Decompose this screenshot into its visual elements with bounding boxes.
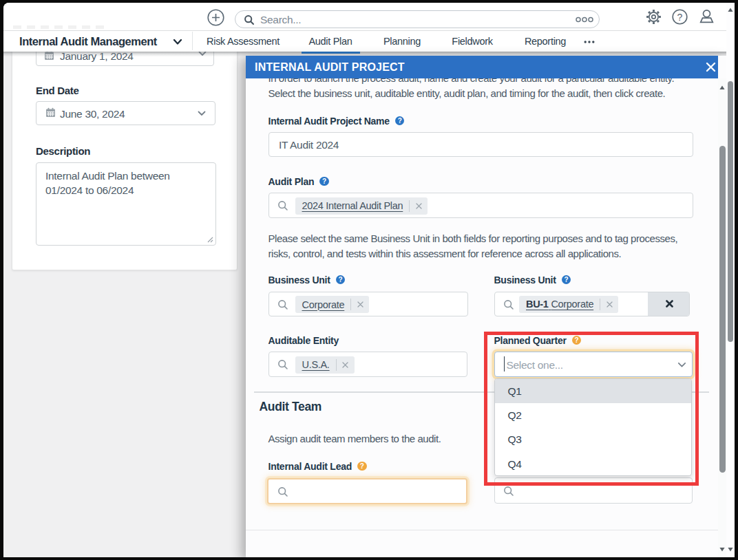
search-placeholder: Search...	[260, 14, 301, 25]
end-date-label: End Date	[36, 85, 79, 96]
audit-plan-tag: 2024 Internal Audit Plan	[295, 197, 428, 215]
search-icon	[277, 299, 288, 310]
remove-tag-icon[interactable]	[410, 197, 428, 215]
project-name-value: IT Audit 2024	[279, 139, 339, 151]
auditable-entity-tag-label: U.S.A.	[302, 359, 330, 370]
clear-field-button[interactable]	[648, 292, 690, 316]
modal-intro-line2: Select the business unit, auditable enti…	[268, 86, 666, 101]
global-search-input[interactable]: Search...	[235, 10, 600, 28]
project-name-label-text: Internal Audit Project Name	[268, 116, 390, 127]
description-textarea[interactable]: Internal Audit Plan between 01/2024 to 0…	[36, 162, 216, 246]
business-unit-left-select[interactable]: Corporate	[268, 292, 468, 316]
app-dropdown-title[interactable]: Internal Audit Management	[19, 34, 157, 48]
project-name-input[interactable]: IT Audit 2024	[268, 132, 693, 157]
modal-title: INTERNAL AUDIT PROJECT	[255, 61, 405, 74]
scroll-down-icon[interactable]	[728, 547, 733, 552]
scroll-down-icon[interactable]	[719, 547, 725, 552]
audit-team-heading: Audit Team	[260, 400, 322, 413]
auditable-entity-select[interactable]: U.S.A.	[268, 352, 467, 377]
business-unit-right-tag: BU-1 Corporate	[519, 296, 618, 313]
remove-tag-icon[interactable]	[351, 296, 369, 313]
end-date-value: June 30, 2024	[60, 108, 125, 120]
help-question-icon[interactable]: ?	[319, 177, 329, 186]
business-unit-right-label-text: Business Unit	[494, 274, 556, 286]
app-top-bar: Search... ?	[3, 3, 726, 30]
close-icon[interactable]	[706, 62, 716, 72]
remove-tag-icon[interactable]	[337, 356, 355, 374]
end-date-input[interactable]: June 30, 2024	[36, 101, 215, 125]
calendar-icon	[45, 107, 56, 118]
internal-audit-lead-label: Internal Audit Lead ?	[268, 461, 367, 472]
modal-header: INTERNAL AUDIT PROJECT	[246, 56, 718, 78]
audit-plan-label: Audit Plan ?	[268, 176, 329, 187]
project-name-label: Internal Audit Project Name ?	[268, 116, 405, 127]
help-question-icon[interactable]: ?	[336, 275, 346, 285]
scroll-up-icon[interactable]	[728, 8, 733, 12]
more-options-icon[interactable]	[576, 17, 593, 23]
search-icon	[277, 486, 288, 497]
resize-handle-icon[interactable]	[207, 237, 213, 243]
page-scrollbar[interactable]	[726, 3, 735, 557]
active-tab-underline	[302, 52, 360, 54]
search-icon	[503, 299, 514, 310]
chevron-down-icon[interactable]	[173, 39, 182, 45]
scroll-up-icon[interactable]	[719, 85, 725, 90]
audit-plan-tag-label: 2024 Internal Audit Plan	[302, 200, 403, 211]
search-icon	[277, 359, 288, 370]
business-unit-left-tag: Corporate	[295, 296, 370, 313]
modal-note-line2: risks, control, and tests within this as…	[268, 246, 622, 261]
audit-team-description: Assign audit team members to the audit.	[268, 431, 441, 446]
business-unit-right-label: Business Unit ?	[494, 274, 571, 286]
audit-plan-label-text: Audit Plan	[268, 176, 315, 187]
search-icon	[503, 486, 514, 497]
annotation-highlight-box	[484, 332, 699, 486]
help-question-icon[interactable]: ?	[357, 462, 367, 471]
search-icon	[277, 200, 288, 211]
description-value: Internal Audit Plan between 01/2024 to 0…	[45, 169, 207, 198]
auditable-entity-label: Auditable Entity	[268, 335, 339, 346]
business-unit-left-label-text: Business Unit	[268, 274, 330, 286]
business-unit-right-select-group: BU-1 Corporate	[494, 292, 690, 316]
business-unit-left-tag-label: Corporate	[302, 299, 345, 310]
svg-text:?: ?	[677, 11, 683, 22]
audit-plan-select[interactable]: 2024 Internal Audit Plan	[268, 193, 693, 219]
more-tabs-icon[interactable]	[584, 40, 595, 44]
add-icon[interactable]	[207, 9, 224, 26]
modal-footer-divider	[246, 530, 718, 530]
auditable-entity-label-text: Auditable Entity	[268, 335, 339, 346]
help-question-icon[interactable]: ?	[395, 116, 405, 126]
app-logo	[13, 25, 108, 29]
internal-audit-lead-input[interactable]	[267, 478, 467, 504]
business-unit-right-tag-text: BU-1 Corporate	[526, 299, 593, 310]
help-icon[interactable]: ?	[672, 9, 688, 25]
business-unit-right-tag-label: Corporate	[551, 299, 593, 310]
remove-tag-icon[interactable]	[600, 296, 618, 313]
help-question-icon[interactable]: ?	[562, 275, 571, 285]
modal-note-line1: Please select the same Business Unit in …	[268, 231, 678, 246]
internal-audit-lead-label-text: Internal Audit Lead	[268, 461, 352, 472]
screenshot-canvas: January 1, 2024 End Date June 30, 2024 D…	[0, 0, 738, 560]
modal-scrollbar[interactable]	[718, 78, 726, 557]
auditable-entity-tag: U.S.A.	[295, 356, 355, 374]
business-unit-right-tag-prefix: BU-1	[526, 299, 549, 310]
modal-scrollbar-thumb[interactable]	[719, 146, 726, 473]
description-label: Description	[36, 145, 90, 157]
search-icon	[244, 14, 255, 25]
user-icon[interactable]	[699, 8, 715, 24]
chevron-down-icon	[198, 111, 206, 116]
business-unit-left-label: Business Unit ?	[268, 274, 346, 286]
page-scrollbar-thumb[interactable]	[728, 81, 734, 342]
gear-icon[interactable]	[646, 9, 662, 25]
